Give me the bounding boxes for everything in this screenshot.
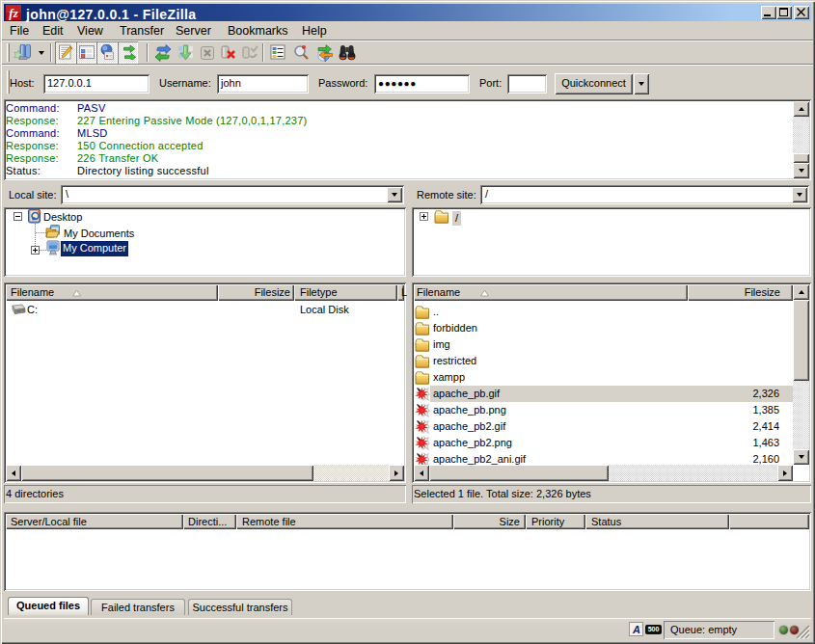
- svg-text:fz: fz: [9, 6, 18, 20]
